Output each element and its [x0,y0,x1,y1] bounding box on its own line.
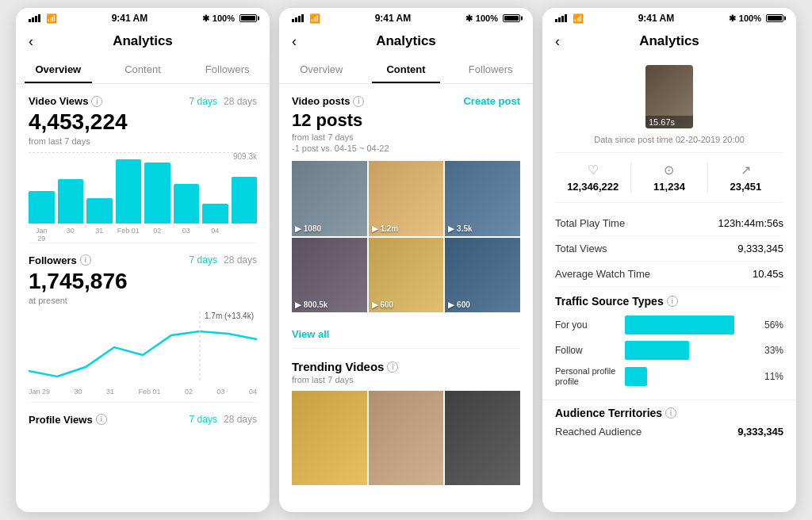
line-label: 03 [216,388,224,396]
reached-value: 9,333,345 [737,426,783,438]
info-icon-ts[interactable]: i [667,296,678,307]
info-icon-fl[interactable]: i [80,254,91,266]
header-3: ‹ Analytics [542,27,796,55]
bar [174,184,200,224]
page-title-2: Analytics [376,33,436,49]
traffic-label-foryou: For you [555,319,619,331]
filter-7days-fl[interactable]: 7 days [190,254,217,266]
filter-28days-fl[interactable]: 28 days [224,254,257,266]
traffic-label-follow: Follow [555,345,619,356]
post-duration: 15.67s [645,116,693,128]
metric-value-3: 10.45s [753,268,783,280]
line-chart-path [29,331,257,377]
metric-row-2: Total Views 9,333,345 [555,236,783,262]
posts-count: 12 posts [292,110,520,131]
view-all-link[interactable]: View all [279,320,533,348]
tab-content-2[interactable]: Content [364,55,449,83]
tabs-2: Overview Content Followers [279,55,533,84]
signal-bar [292,19,294,22]
status-right-2: ✱ 100% [465,13,520,24]
signal-bar [565,14,567,22]
traffic-label-profile: Personal profileprofile [555,366,619,387]
video-posts-header: Video posts i Create post [292,95,520,107]
video-thumb-4[interactable]: ▶ 800.5k [292,238,367,313]
status-time-1: 9:41 AM [112,13,148,24]
filter-7days-pv[interactable]: 7 days [190,414,217,425]
create-post-button[interactable]: Create post [463,95,520,107]
followers-value: 1,745,876 [29,270,257,294]
metric-row-3: Average Watch Time 10.45s [555,262,783,287]
tab-overview-2[interactable]: Overview [279,55,364,83]
followers-section: Followers i 7 days 28 days 1,745,876 at … [16,243,270,402]
followers-header: Followers i 7 days 28 days [29,254,257,266]
status-left-3: 📶 [555,13,584,24]
bar-labels: Jan29 30 31 Feb 01 02 03 04 [29,227,257,243]
info-icon-vv[interactable]: i [91,96,102,107]
reached-label: Reached Audience [555,426,642,438]
bar [58,179,84,224]
battery-icon-2 [503,14,520,22]
signal-bar [38,14,40,22]
video-count-6: ▶ 600 [448,300,469,309]
back-button-2[interactable]: ‹ [292,33,297,50]
tab-content-1[interactable]: Content [101,55,186,83]
bar-label: Feb 01 [116,227,142,243]
video-views-header: Video Views i 7 days 28 days [29,95,257,107]
audience-section: Audience Territories i Reached Audience … [542,400,796,444]
phone-3: 📶 9:41 AM ✱ 100% ‹ Analytics 15.67s Data… [542,8,796,512]
filter-28days-pv[interactable]: 28 days [224,414,257,425]
signal-bar [555,19,557,22]
filter-28days-vv[interactable]: 28 days [224,96,257,107]
phone-1: 📶 9:41 AM ✱ 100% ‹ Analytics Overview Co… [16,8,270,512]
status-left-2: 📶 [292,13,320,24]
followers-title: Followers i [29,254,91,266]
tab-followers-1[interactable]: Followers [185,55,270,83]
profile-views-title: Profile Views i [29,414,107,426]
trending-thumb-1[interactable] [292,391,367,484]
peak-label: 1.7m (+13.4k) [205,312,254,320]
tab-overview-1[interactable]: Overview [16,55,101,83]
traffic-source-title: Traffic Source Types i [555,295,783,308]
signal-bar [561,16,564,22]
dashed-line [29,152,257,153]
info-icon-tv[interactable]: i [387,361,398,373]
traffic-row-profile: Personal profileprofile 11% [555,366,783,387]
bluetooth-icon-3: ✱ [729,13,736,24]
video-thumb-3[interactable]: ▶ 3.5k [445,161,520,236]
content-2: Video posts i Create post 12 posts from … [279,84,533,512]
video-thumb-1[interactable]: ▶ 1080 [292,161,367,236]
post-thumbnail: 15.67s [645,65,693,128]
video-posts-section: Video posts i Create post 12 posts from … [279,84,533,320]
back-button-1[interactable]: ‹ [29,33,33,50]
info-icon-pv[interactable]: i [96,414,107,425]
info-icon-at[interactable]: i [665,407,676,419]
trending-thumb-3[interactable] [445,391,520,484]
trending-thumb-2[interactable] [369,391,444,484]
back-button-3[interactable]: ‹ [555,33,560,50]
traffic-bar-foryou [625,315,734,335]
metric-value-1: 123h:44m:56s [718,217,783,229]
battery-fill-3 [768,16,782,21]
comments-count: 11,234 [653,181,685,193]
info-icon-vp[interactable]: i [353,96,364,107]
bar [116,159,142,224]
traffic-pct-foryou: 56% [760,319,783,331]
video-count-1: ▶ 1080 [295,224,321,233]
tab-followers-2[interactable]: Followers [448,55,533,83]
stat-comments: ⊙ 11,234 [630,162,707,193]
battery-pct-1: 100% [213,13,235,23]
data-since: Data since post time 02-20-2019 20:00 [542,132,796,152]
video-views-value: 4,453,224 [29,110,257,135]
video-thumb-2[interactable]: ▶ 1.2m [369,161,444,236]
video-thumb-5[interactable]: ▶ 600 [369,238,444,313]
trending-section: Trending Videos i from last 7 days [279,349,533,492]
status-left-1: 📶 [29,13,57,24]
traffic-bar-container-profile [625,367,753,386]
filter-7days-vv[interactable]: 7 days [190,96,217,107]
traffic-bar-container-foryou [625,315,753,335]
line-chart-svg [29,312,257,383]
traffic-row-foryou: For you 56% [555,315,783,335]
video-thumb-6[interactable]: ▶ 600 [445,238,520,313]
traffic-pct-follow: 33% [760,345,783,356]
stats-row: ♡ 12,346,222 ⊙ 11,234 ↗ 23,451 [555,152,783,203]
